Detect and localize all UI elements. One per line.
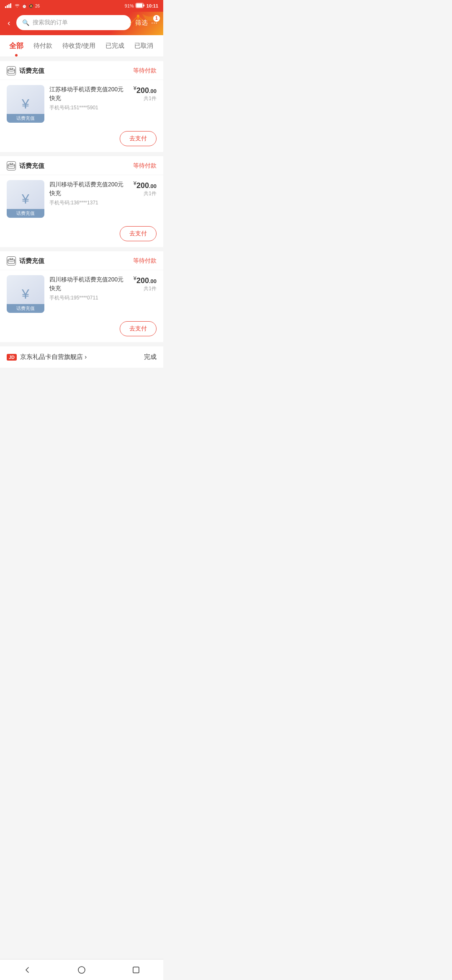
- order-status-3: 等待付款: [133, 257, 157, 265]
- status-left: ⏰ 🔕 26: [5, 3, 40, 9]
- order-header-3: 话费充值 等待付款: [0, 251, 163, 270]
- product-meta-1: 手机号码:151****5901: [49, 104, 128, 111]
- product-info-1: 江苏移动手机话费充值200元 快充 手机号码:151****5901: [49, 85, 128, 114]
- svg-rect-6: [144, 5, 144, 7]
- store-name-2: 话费充值: [19, 162, 44, 170]
- store-name-1: 话费充值: [19, 67, 44, 75]
- search-placeholder: 搜索我的订单: [33, 19, 68, 26]
- store-icon-3: [7, 256, 16, 266]
- svg-rect-5: [136, 4, 142, 8]
- wifi-icon: [14, 3, 20, 9]
- order-footer-1: 去支付: [0, 128, 163, 152]
- store-icon-2: [7, 161, 16, 170]
- svg-rect-0: [5, 6, 6, 8]
- product-name-3: 四川移动手机话费充值200元 快充: [49, 275, 128, 293]
- tab-cancelled[interactable]: 已取消: [129, 36, 158, 56]
- product-image-2: ¥ 话费充值: [7, 180, 44, 218]
- store-info-2: 话费充值: [7, 161, 44, 170]
- order-item-2: ¥ 话费充值 四川移动手机话费充值200元 快充 手机号码:136****137…: [0, 175, 163, 223]
- img-label-3: 话费充值: [7, 304, 44, 313]
- count-2: 共1件: [134, 190, 157, 197]
- tabs: 全部 待付款 待收货/使用 已完成 已取消: [0, 35, 163, 57]
- svg-rect-18: [10, 258, 13, 260]
- order-card-3: 话费充值 等待付款 ¥ 话费充值 四川移动手机话费充值200元 快充 手机号码:…: [0, 251, 163, 342]
- signal-number: 26: [35, 4, 40, 8]
- header: ‹ 🔍 搜索我的订单 筛选 ··· 1: [0, 12, 163, 35]
- product-meta-2: 手机号码:136****1371: [49, 199, 128, 206]
- status-right: 91% 10:11: [125, 3, 158, 9]
- jd-badge: JD: [7, 354, 17, 361]
- jd-store-info[interactable]: JD 京东礼品卡自营旗舰店 ›: [7, 353, 87, 361]
- product-info-3: 四川移动手机话费充值200元 快充 手机号码:195****0711: [49, 275, 128, 304]
- svg-rect-1: [7, 5, 8, 8]
- product-info-2: 四川移动手机话费充值200元 快充 手机号码:136****1371: [49, 180, 128, 209]
- img-label-1: 话费充值: [7, 114, 44, 123]
- order-card-2: 话费充值 等待付款 ¥ 话费充值 四川移动手机话费充值200元 快充 手机号码:…: [0, 156, 163, 247]
- back-button[interactable]: ‹: [6, 16, 12, 29]
- price-section-3: ¥200.00 共1件: [134, 275, 157, 292]
- signal-icon: [5, 3, 13, 9]
- order-item-3: ¥ 话费充值 四川移动手机话费充值200元 快充 手机号码:195****071…: [0, 270, 163, 318]
- pay-button-2[interactable]: 去支付: [120, 226, 157, 241]
- order-footer-3: 去支付: [0, 318, 163, 342]
- yuan-icon-2: ¥: [22, 191, 29, 207]
- tab-pending-receive[interactable]: 待收货/使用: [57, 36, 100, 56]
- badge-container: ··· 1: [151, 18, 157, 27]
- price-section-1: ¥200.00 共1件: [134, 85, 157, 102]
- battery-icon: [136, 3, 145, 9]
- count-1: 共1件: [134, 95, 157, 102]
- order-header: 话费充值 等待付款: [0, 61, 163, 80]
- jd-store-name: 京东礼品卡自营旗舰店 ›: [20, 353, 87, 361]
- alarm-icon: ⏰: [22, 4, 27, 8]
- price-3: ¥200.00: [134, 275, 157, 285]
- order-item-1: ¥ 话费充值 江苏移动手机话费充值200元 快充 手机号码:151****590…: [0, 80, 163, 128]
- yuan-icon-1: ¥: [22, 96, 29, 112]
- content: 话费充值 等待付款 ¥ 话费充值 江苏移动手机话费充值200元 快充 手机号码:…: [0, 57, 163, 401]
- battery-text: 91%: [125, 3, 134, 8]
- search-icon: 🔍: [22, 19, 29, 26]
- mute-icon: 🔕: [28, 4, 33, 8]
- store-icon: [7, 66, 16, 75]
- product-name-1: 江苏移动手机话费充值200元 快充: [49, 85, 128, 103]
- product-name-2: 四川移动手机话费充值200元 快充: [49, 180, 128, 198]
- order-footer-2: 去支付: [0, 223, 163, 247]
- order-status-1: 等待付款: [133, 67, 157, 75]
- jd-store-card: JD 京东礼品卡自营旗舰店 › 完成: [0, 346, 163, 368]
- pay-button-3[interactable]: 去支付: [120, 321, 157, 336]
- product-image-1: ¥ 话费充值: [7, 85, 44, 123]
- tab-all[interactable]: 全部: [4, 35, 28, 57]
- store-info-3: 话费充值: [7, 256, 44, 266]
- store-name-3: 话费充值: [19, 257, 44, 265]
- svg-rect-3: [10, 3, 11, 8]
- img-label-2: 话费充值: [7, 209, 44, 218]
- product-image-3: ¥ 话费充值: [7, 275, 44, 313]
- tab-pending-pay[interactable]: 待付款: [28, 36, 57, 56]
- notification-badge: 1: [153, 15, 160, 22]
- jd-status: 完成: [144, 353, 157, 361]
- svg-line-12: [133, 16, 138, 28]
- price-1: ¥200.00: [134, 85, 157, 95]
- order-header-2: 话费充值 等待付款: [0, 156, 163, 175]
- time: 10:11: [146, 3, 158, 8]
- store-info: 话费充值: [7, 66, 44, 75]
- status-bar: ⏰ 🔕 26 91% 10:11: [0, 0, 163, 12]
- svg-rect-2: [8, 4, 10, 8]
- order-card: 话费充值 等待付款 ¥ 话费充值 江苏移动手机话费充值200元 快充 手机号码:…: [0, 61, 163, 152]
- tab-completed[interactable]: 已完成: [100, 36, 129, 56]
- product-meta-3: 手机号码:195****0711: [49, 294, 128, 302]
- price-section-2: ¥200.00 共1件: [134, 180, 157, 197]
- yuan-icon-3: ¥: [22, 286, 29, 302]
- order-status-2: 等待付款: [133, 162, 157, 170]
- pay-button-1[interactable]: 去支付: [120, 131, 157, 146]
- count-3: 共1件: [134, 285, 157, 292]
- price-2: ¥200.00: [134, 180, 157, 190]
